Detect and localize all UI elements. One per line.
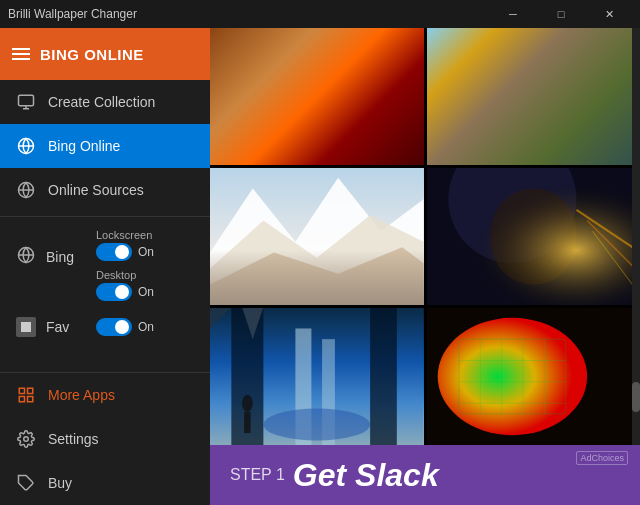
svg-rect-0 <box>19 95 34 106</box>
settings-label: Settings <box>48 431 99 447</box>
online-sources-label: Online Sources <box>48 182 144 198</box>
sidebar-bottom: More Apps Settings Buy <box>0 372 210 505</box>
buy-label: Buy <box>48 475 72 491</box>
title-bar-controls: ─ □ ✕ <box>490 0 632 28</box>
fav-icon <box>16 317 36 337</box>
fav-row: Fav On <box>0 309 210 345</box>
bing-source-icon <box>16 245 36 265</box>
svg-rect-9 <box>21 322 31 332</box>
bing-source-name: Bing <box>46 249 76 265</box>
svg-rect-13 <box>28 397 33 402</box>
bing-source-row: Bing Lockscreen On Desktop On <box>0 221 210 309</box>
app-container: BING ONLINE Create Collection Bing Onlin… <box>0 28 640 505</box>
bing-online-label: Bing Online <box>48 138 120 154</box>
photo-cell-5[interactable] <box>210 308 424 445</box>
photo-cell-4[interactable] <box>427 168 641 305</box>
svg-point-14 <box>24 437 29 442</box>
divider-1 <box>0 216 210 217</box>
main-content: STEP 1 Get Slack AdChoices <box>210 28 640 505</box>
desktop-toggle-row: On <box>96 283 154 301</box>
svg-rect-23 <box>427 168 641 305</box>
photo-cell-1[interactable] <box>210 28 424 165</box>
ad-banner[interactable]: STEP 1 Get Slack AdChoices <box>210 445 640 505</box>
lockscreen-label: Lockscreen <box>96 229 154 241</box>
ad-choices: AdChoices <box>576 451 628 465</box>
bing-source-controls: Lockscreen On Desktop On <box>96 229 154 301</box>
globe-icon <box>16 136 36 156</box>
photo-grid <box>210 28 640 445</box>
monitor-icon <box>16 92 36 112</box>
lockscreen-toggle[interactable] <box>96 243 132 261</box>
photo-cell-3[interactable] <box>210 168 424 305</box>
globe-icon-2 <box>16 180 36 200</box>
svg-rect-36 <box>244 412 250 433</box>
desktop-toggle-group: Desktop On <box>96 269 154 301</box>
sidebar: BING ONLINE Create Collection Bing Onlin… <box>0 28 210 505</box>
sidebar-item-online-sources[interactable]: Online Sources <box>0 168 210 212</box>
tag-icon <box>16 473 36 493</box>
svg-rect-10 <box>19 388 24 393</box>
lockscreen-state: On <box>138 245 154 259</box>
sidebar-item-settings[interactable]: Settings <box>0 417 210 461</box>
grid-icon <box>16 385 36 405</box>
lockscreen-toggle-row: On <box>96 243 154 261</box>
desktop-label: Desktop <box>96 269 154 281</box>
ad-title: Get Slack <box>293 457 439 494</box>
svg-point-38 <box>437 318 586 435</box>
desktop-toggle[interactable] <box>96 283 132 301</box>
title-bar: Brilli Wallpaper Changer ─ □ ✕ <box>0 0 640 28</box>
desktop-state: On <box>138 285 154 299</box>
hamburger-icon[interactable] <box>12 48 30 60</box>
ad-step-label: STEP 1 <box>230 466 285 484</box>
title-bar-text: Brilli Wallpaper Changer <box>8 7 137 21</box>
close-button[interactable]: ✕ <box>586 0 632 28</box>
more-apps-label: More Apps <box>48 387 115 403</box>
photo-cell-2[interactable] <box>427 28 641 165</box>
create-collection-label: Create Collection <box>48 94 155 110</box>
fav-state: On <box>138 320 154 334</box>
fav-label: Fav <box>46 319 76 335</box>
lockscreen-toggle-group: Lockscreen On <box>96 229 154 261</box>
sidebar-item-create-collection[interactable]: Create Collection <box>0 80 210 124</box>
sidebar-title: BING ONLINE <box>40 46 144 63</box>
sidebar-item-more-apps[interactable]: More Apps <box>0 373 210 417</box>
fav-toggle-row: On <box>96 318 154 336</box>
maximize-button[interactable]: □ <box>538 0 584 28</box>
svg-point-35 <box>242 395 253 412</box>
sidebar-item-bing-online[interactable]: Bing Online <box>0 124 210 168</box>
fav-toggle[interactable] <box>96 318 132 336</box>
gear-icon <box>16 429 36 449</box>
photo-cell-6[interactable] <box>427 308 641 445</box>
svg-marker-19 <box>210 247 424 305</box>
sidebar-item-buy[interactable]: Buy <box>0 461 210 505</box>
sidebar-header: BING ONLINE <box>0 28 210 80</box>
svg-rect-11 <box>28 388 33 393</box>
minimize-button[interactable]: ─ <box>490 0 536 28</box>
scroll-thumb[interactable] <box>632 382 640 412</box>
svg-point-32 <box>263 409 370 441</box>
scroll-track <box>632 28 640 445</box>
svg-rect-29 <box>370 308 397 445</box>
svg-rect-12 <box>19 397 24 402</box>
